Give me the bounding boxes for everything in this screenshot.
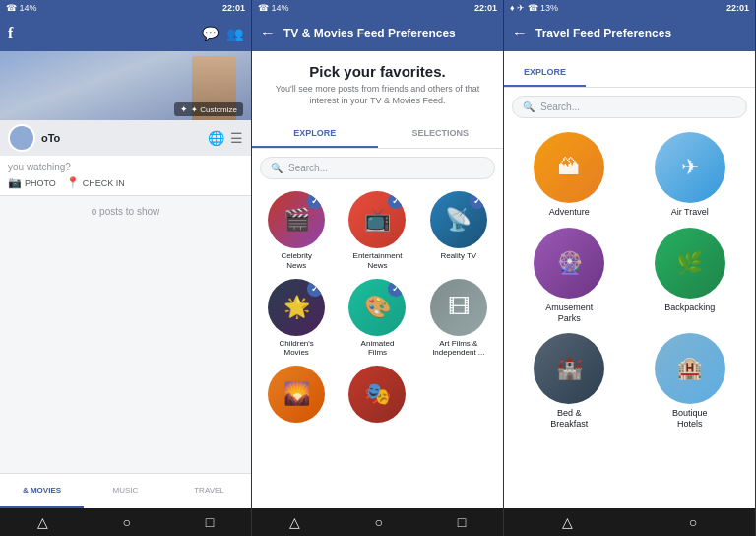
tv-prefs-title: TV & Movies Feed Preferences xyxy=(284,27,495,40)
status-icons-3: ♦ ✈ ☎ 13% xyxy=(510,3,558,13)
time-3: 22:01 xyxy=(726,3,749,13)
checkin-button[interactable]: 📍 CHECK IN xyxy=(66,176,125,189)
watching-label: you watching? xyxy=(8,162,243,172)
children-label: Children'sMovies xyxy=(280,339,314,358)
search-icon-3: 🔍 xyxy=(523,101,535,112)
bottom-tabs: & MOVIES MUSIC TRAVEL xyxy=(0,473,251,508)
tab-travel[interactable]: TRAVEL xyxy=(167,474,251,508)
category-airtravel[interactable]: ✈ Air Travel xyxy=(635,132,746,218)
tv-prefs-header: ← TV & Movies Feed Preferences xyxy=(252,16,503,51)
category-bed[interactable]: 🏰 Bed &Breakfast xyxy=(514,333,625,430)
tv-prefs-content: Pick your favorites. You'll see more pos… xyxy=(252,51,503,508)
search-icon-2: 🔍 xyxy=(271,163,283,173)
boutique-icon: 🏨 xyxy=(655,333,725,404)
customize-button[interactable]: ✦ ✦ Customize xyxy=(174,102,243,116)
back-nav-3[interactable]: △ xyxy=(562,514,573,530)
amusement-icon: 🎡 xyxy=(534,228,604,299)
category-circle-art: 🎞 xyxy=(430,279,487,336)
recents-nav-2[interactable]: □ xyxy=(458,514,466,530)
header-icons: 💬 👥 xyxy=(202,26,243,41)
backpacking-label: Backpacking xyxy=(664,302,715,313)
cover-photo: ✦ ✦ Customize xyxy=(0,51,251,120)
category-circle-reality: 📡 ✓ xyxy=(430,191,487,248)
category-circle-children: 🌟 ✓ xyxy=(268,279,325,336)
profile-name: oTo xyxy=(41,132,60,144)
recents-nav-btn[interactable]: □ xyxy=(206,514,214,530)
time-2: 22:01 xyxy=(474,3,497,13)
adventure-label: Adventure xyxy=(549,207,590,218)
no-posts-text: o posts to show xyxy=(8,206,243,217)
status-icons-2: ☎ 14% xyxy=(258,3,289,13)
home-nav-3[interactable]: ○ xyxy=(689,514,697,530)
whats-on-your-mind: you watching? 📷 PHOTO 📍 CHECK IN xyxy=(0,156,251,196)
more2-icon: 🎭 xyxy=(348,366,406,423)
tab-movies[interactable]: & MOVIES xyxy=(0,474,84,508)
menu-icon[interactable]: ☰ xyxy=(230,130,243,146)
back-nav-btn[interactable]: ○ xyxy=(123,514,131,530)
amusement-label: AmusementParks xyxy=(545,302,593,324)
screen-facebook-feed: ☎ 14% 22:01 f 💬 👥 ✦ ✦ Customize oTo 🌐 ☰ … xyxy=(0,0,252,536)
search-bar-3[interactable]: 🔍 Search... xyxy=(512,96,747,118)
category-children[interactable]: 🌟 ✓ Children'sMovies xyxy=(260,279,333,358)
back-button-2[interactable]: ← xyxy=(260,25,276,42)
airtravel-icon: ✈ xyxy=(655,132,725,203)
category-celebrity[interactable]: 🎬 ✓ CelebrityNews xyxy=(260,191,333,270)
celebrity-label: CelebrityNews xyxy=(281,251,312,270)
friends-icon[interactable]: 👥 xyxy=(226,26,243,41)
explore-tabs-3: EXPLORE xyxy=(504,59,755,88)
circle-backpacking: 🌿 xyxy=(655,228,725,299)
search-bar-2[interactable]: 🔍 Search... xyxy=(260,157,495,179)
airtravel-label: Air Travel xyxy=(671,207,709,218)
android-nav-2: △ ○ □ xyxy=(252,508,503,536)
home-nav-btn[interactable]: △ xyxy=(37,514,48,530)
home-nav-2[interactable]: ○ xyxy=(375,514,383,530)
adventure-icon: 🏔 xyxy=(534,132,604,203)
category-circle-entertainment: 📺 ✓ xyxy=(348,191,406,248)
bed-label: Bed &Breakfast xyxy=(550,408,588,430)
category-more2[interactable]: 🎭 xyxy=(341,366,413,423)
circle-boutique: 🏨 xyxy=(655,333,725,404)
circle-adventure: 🏔 xyxy=(534,132,604,203)
pick-favorites-subtext: You'll see more posts from friends and o… xyxy=(262,84,493,106)
explore-tabs-2: EXPLORE SELECTIONS xyxy=(252,120,503,149)
travel-prefs-content: EXPLORE 🔍 Search... 🏔 Adventure ✈ Air Tr… xyxy=(504,51,755,508)
tab-explore-2[interactable]: EXPLORE xyxy=(252,120,378,148)
time-1: 22:01 xyxy=(222,3,245,13)
category-reality[interactable]: 📡 ✓ Reality TV xyxy=(422,191,495,270)
tab-music[interactable]: MUSIC xyxy=(84,474,167,508)
search-placeholder-2: Search... xyxy=(288,163,328,173)
category-backpacking[interactable]: 🌿 Backpacking xyxy=(635,228,746,324)
back-button-3[interactable]: ← xyxy=(512,25,528,42)
category-adventure[interactable]: 🏔 Adventure xyxy=(514,132,625,218)
category-circle-more2: 🎭 xyxy=(348,366,406,423)
travel-prefs-header: ← Travel Feed Preferences xyxy=(504,16,755,51)
circle-bed: 🏰 xyxy=(534,333,604,404)
photo-button[interactable]: 📷 PHOTO xyxy=(8,176,56,189)
globe-icon[interactable]: 🌐 xyxy=(208,130,224,146)
category-art[interactable]: 🎞 Art Films &Independent ... xyxy=(422,279,495,358)
category-animated[interactable]: 🎨 ✓ AnimatedFilms xyxy=(341,279,413,358)
category-circle-more1: 🌄 xyxy=(268,366,325,423)
status-icons-1: ☎ 14% xyxy=(6,3,37,13)
art-icon: 🎞 xyxy=(430,279,487,336)
category-entertainment[interactable]: 📺 ✓ EntertainmentNews xyxy=(341,191,413,270)
messenger-icon[interactable]: 💬 xyxy=(202,26,219,41)
status-bar-3: ♦ ✈ ☎ 13% 22:01 xyxy=(504,0,755,16)
back-nav-2[interactable]: △ xyxy=(289,514,300,530)
location-icon: 📍 xyxy=(66,176,80,189)
more1-icon: 🌄 xyxy=(268,366,325,423)
tab-explore-3[interactable]: EXPLORE xyxy=(504,59,586,87)
category-amusement[interactable]: 🎡 AmusementParks xyxy=(514,228,625,324)
category-more1[interactable]: 🌄 xyxy=(260,366,333,423)
profile-area: oTo 🌐 ☰ xyxy=(0,120,251,156)
categories-grid-tv: 🎬 ✓ CelebrityNews 📺 ✓ EntertainmentNews … xyxy=(252,187,503,426)
category-circle-animated: 🎨 ✓ xyxy=(348,279,406,336)
travel-categories-grid: 🏔 Adventure ✈ Air Travel 🎡 AmusementPark… xyxy=(504,126,755,436)
status-bar-2: ☎ 14% 22:01 xyxy=(252,0,503,16)
category-boutique[interactable]: 🏨 BoutiqueHotels xyxy=(635,333,746,430)
search-placeholder-3: Search... xyxy=(540,101,580,112)
screen-tv-movies-prefs: ☎ 14% 22:01 ← TV & Movies Feed Preferenc… xyxy=(252,0,504,536)
tab-selections-2[interactable]: SELECTIONS xyxy=(378,120,504,148)
fb-logo: f xyxy=(8,25,13,42)
status-bar-1: ☎ 14% 22:01 xyxy=(0,0,251,16)
